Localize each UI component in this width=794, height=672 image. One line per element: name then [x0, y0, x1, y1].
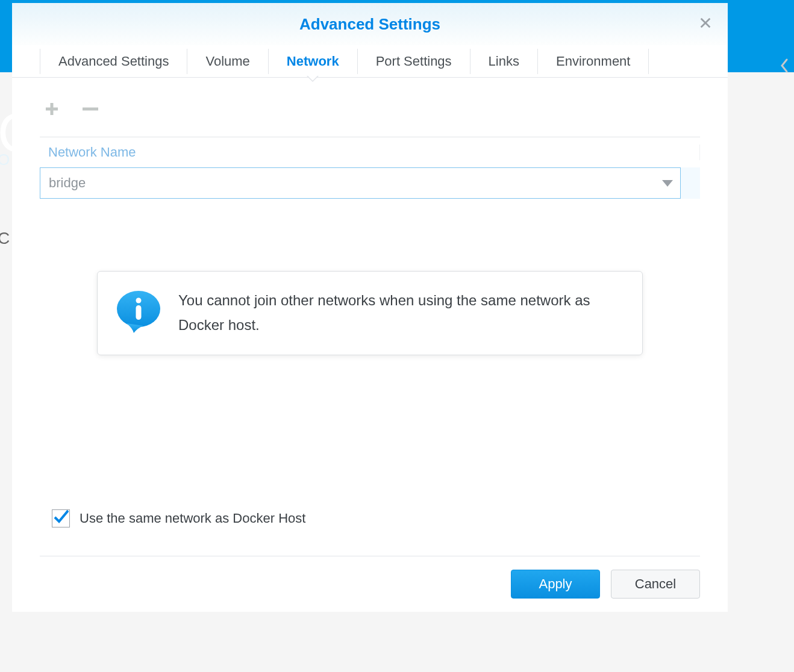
close-icon [699, 21, 712, 31]
minus-icon [80, 101, 101, 120]
tab-links[interactable]: Links [470, 49, 537, 74]
tab-bar: Advanced Settings Volume Network Port Se… [12, 45, 728, 78]
network-select-value: bridge [49, 175, 86, 191]
advanced-settings-dialog: Advanced Settings Advanced Settings Volu… [12, 0, 728, 612]
remove-button[interactable] [78, 98, 102, 122]
table-header: Network Name [40, 137, 700, 167]
use-host-network-row: Use the same network as Docker Host [52, 509, 305, 527]
tab-environment[interactable]: Environment [537, 49, 649, 74]
svg-point-7 [136, 298, 142, 303]
tab-label: Environment [556, 54, 631, 69]
checkmark-icon [53, 509, 69, 528]
background-chevron [780, 57, 789, 76]
background-glyph: C [0, 229, 10, 248]
info-box: You cannot join other networks when usin… [97, 271, 643, 355]
network-select[interactable]: bridge [40, 167, 681, 199]
table-row[interactable]: bridge [40, 167, 700, 199]
close-button[interactable] [699, 16, 712, 32]
dialog-footer: Apply Cancel [40, 556, 700, 599]
dialog-header: Advanced Settings [12, 3, 728, 45]
tab-label: Volume [205, 54, 249, 69]
tab-network[interactable]: Network [268, 49, 357, 74]
network-table: Network Name bridge [40, 137, 700, 199]
row-toolbar [40, 93, 700, 137]
column-network-name: Network Name [40, 145, 700, 160]
background-glyph: O [0, 151, 10, 169]
info-bubble-icon [116, 288, 161, 334]
cell-network-name: bridge [40, 167, 700, 199]
tab-port-settings[interactable]: Port Settings [357, 49, 470, 74]
chevron-down-icon [662, 175, 673, 191]
add-button[interactable] [40, 98, 64, 122]
tab-label: Network [287, 54, 339, 69]
apply-button[interactable]: Apply [511, 570, 600, 599]
use-host-network-label: Use the same network as Docker Host [80, 511, 305, 526]
plus-icon [43, 101, 60, 120]
use-host-network-checkbox[interactable] [52, 509, 70, 527]
svg-rect-8 [136, 305, 142, 320]
cancel-button[interactable]: Cancel [611, 570, 700, 599]
dialog-body: Network Name bridge [12, 78, 728, 355]
tab-label: Advanced Settings [58, 54, 169, 69]
button-label: Apply [539, 576, 572, 592]
button-label: Cancel [635, 576, 676, 592]
svg-marker-5 [662, 180, 673, 187]
info-message: You cannot join other networks when usin… [178, 288, 624, 338]
tab-advanced-settings[interactable]: Advanced Settings [40, 49, 187, 74]
tab-label: Port Settings [376, 54, 452, 69]
tab-label: Links [489, 54, 519, 69]
dialog-title: Advanced Settings [299, 15, 440, 34]
tab-volume[interactable]: Volume [187, 49, 267, 74]
